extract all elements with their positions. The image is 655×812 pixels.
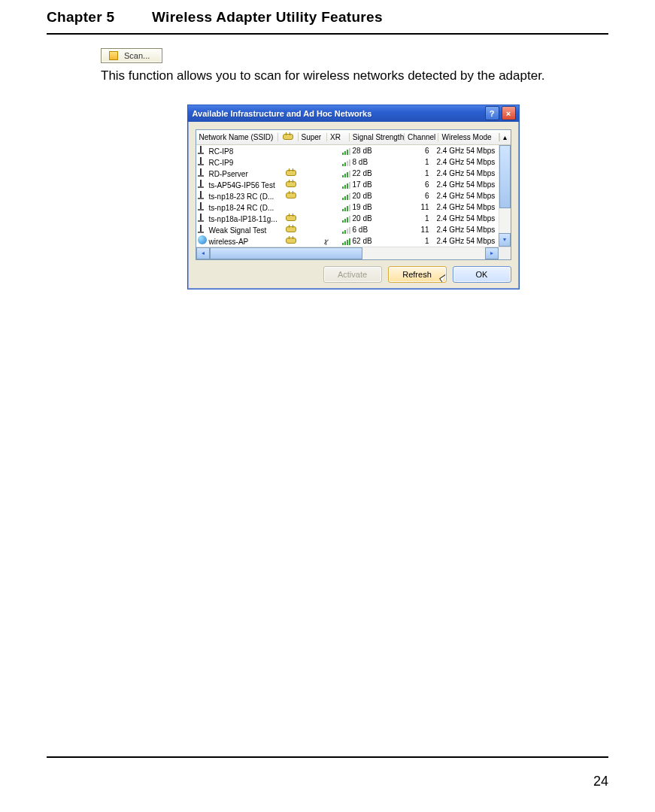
col-signal[interactable]: Signal Strength (350, 133, 405, 141)
table-row[interactable]: wireless-APχ62 dB12.4 GHz 54 Mbps (196, 235, 499, 247)
signal-cell: 62 dB (342, 237, 398, 245)
table-row[interactable]: ts-np18-24 RC (D...19 dB112.4 GHz 54 Mbp… (196, 201, 499, 213)
ssid-cell: wireless-AP (196, 235, 284, 246)
signal-label: 28 dB (353, 147, 372, 155)
scroll-left-button[interactable]: ◂ (196, 247, 210, 259)
ssid-label: ts-np18a-IP18-11g... (209, 215, 277, 223)
signal-bars-icon (342, 215, 350, 223)
table-row[interactable]: ts-AP54G-IP56 Test17 dB62.4 GHz 54 Mbps (196, 179, 499, 190)
description-text: This function allows you to scan for wir… (101, 68, 605, 85)
mode-cell: 2.4 GHz 54 Mbps (437, 237, 499, 245)
list-header[interactable]: Network Name (SSID) Super XR Signal Stre… (196, 130, 511, 145)
lock-icon (286, 225, 296, 232)
ssid-label: ts-AP54G-IP56 Test (209, 181, 275, 189)
col-super[interactable]: Super (299, 133, 328, 141)
scan-button[interactable]: Scan... (101, 48, 162, 63)
col-channel[interactable]: Channel (405, 133, 438, 141)
ssid-cell: Weak Signal Test (196, 224, 284, 235)
security-cell (284, 180, 299, 189)
ok-button[interactable]: OK (453, 266, 511, 283)
ssid-cell: ts-AP54G-IP56 Test (196, 179, 284, 189)
signal-bars-icon (342, 159, 350, 166)
channel-cell: 1 (398, 169, 437, 177)
antenna-icon (198, 145, 207, 154)
chapter-title: Wireless Adapter Utility Features (152, 9, 383, 26)
ssid-cell: ts-np18-23 RC (D... (196, 190, 284, 201)
signal-label: 17 dB (353, 180, 372, 189)
hscroll-track[interactable] (210, 247, 485, 259)
close-button[interactable]: × (502, 106, 516, 120)
signal-bars-icon (342, 204, 350, 211)
channel-cell: 1 (398, 237, 437, 245)
signal-cell: 17 dB (342, 180, 398, 189)
signal-cell: 22 dB (342, 169, 398, 177)
scroll-up-button[interactable]: ▴ (499, 133, 511, 141)
scan-button-label: Scan... (124, 51, 150, 60)
signal-label: 19 dB (353, 203, 372, 211)
lock-icon (286, 236, 296, 244)
table-row[interactable]: ts-np18a-IP18-11g...20 dB12.4 GHz 54 Mbp… (196, 213, 499, 224)
col-security-icon[interactable] (278, 132, 298, 141)
signal-bars-icon (342, 226, 350, 234)
horizontal-scrollbar[interactable]: ◂ ▸ (196, 247, 511, 259)
channel-cell: 11 (398, 203, 437, 211)
security-cell (284, 225, 299, 234)
col-xr[interactable]: XR (327, 133, 350, 141)
signal-bars-icon (342, 170, 350, 177)
help-button[interactable]: ? (485, 106, 499, 120)
lock-icon (286, 180, 296, 187)
signal-label: 20 dB (353, 214, 372, 223)
xr-cell: χ (324, 237, 342, 245)
table-row[interactable]: RD-Pserver22 dB12.4 GHz 54 Mbps (196, 168, 499, 179)
scroll-thumb[interactable] (499, 145, 511, 208)
security-cell (284, 214, 299, 223)
antenna-icon (198, 168, 207, 177)
col-mode[interactable]: Wireless Mode (438, 133, 499, 141)
vertical-scrollbar[interactable]: ▾ (499, 145, 511, 247)
scroll-right-button[interactable]: ▸ (485, 247, 499, 259)
mode-cell: 2.4 GHz 54 Mbps (437, 158, 499, 166)
mode-cell: 2.4 GHz 54 Mbps (437, 214, 499, 223)
scan-icon (109, 51, 118, 60)
table-row[interactable]: Weak Signal Test6 dB112.4 GHz 54 Mbps (196, 224, 499, 235)
page-header: Chapter 5 Wireless Adapter Utility Featu… (47, 9, 608, 33)
ssid-cell: RC-IP9 (196, 156, 284, 167)
hscroll-thumb[interactable] (210, 247, 362, 259)
security-cell (284, 168, 299, 177)
dialog-titlebar[interactable]: Available Infrastructure and Ad Hoc Netw… (188, 105, 519, 122)
signal-label: 22 dB (353, 169, 372, 177)
table-row[interactable]: ts-np18-23 RC (D...20 dB62.4 GHz 54 Mbps (196, 190, 499, 201)
table-row[interactable]: RC-IP98 dB12.4 GHz 54 Mbps (196, 156, 499, 168)
channel-cell: 1 (398, 214, 437, 223)
col-ssid[interactable]: Network Name (SSID) (196, 133, 279, 141)
xr-icon: χ (324, 237, 335, 244)
networks-dialog: Available Infrastructure and Ad Hoc Netw… (187, 105, 520, 289)
table-row[interactable]: RC-IP828 dB62.4 GHz 54 Mbps (196, 145, 499, 156)
refresh-button[interactable]: Refresh (388, 266, 447, 283)
signal-bars-icon (342, 238, 350, 245)
ssid-label: wireless-AP (209, 238, 249, 246)
footer-divider (47, 756, 608, 758)
ssid-label: RC-IP8 (209, 147, 234, 156)
mode-cell: 2.4 GHz 54 Mbps (437, 192, 499, 200)
activate-button: Activate (323, 266, 382, 283)
refresh-button-label: Refresh (402, 270, 432, 279)
scroll-down-button[interactable]: ▾ (499, 233, 511, 247)
signal-cell: 19 dB (342, 203, 398, 211)
signal-label: 8 dB (353, 158, 368, 166)
antenna-icon (198, 179, 207, 188)
mode-cell: 2.4 GHz 54 Mbps (437, 203, 499, 211)
scroll-track[interactable] (499, 145, 511, 233)
lock-icon (286, 191, 296, 198)
antenna-icon (198, 156, 207, 165)
signal-bars-icon (342, 181, 350, 189)
scroll-corner (499, 247, 511, 259)
ssid-cell: RC-IP8 (196, 145, 284, 156)
ssid-cell: RD-Pserver (196, 168, 284, 178)
page-number: 24 (593, 774, 608, 789)
channel-cell: 1 (398, 158, 437, 166)
channel-cell: 11 (398, 226, 437, 234)
security-cell (284, 191, 299, 200)
chapter-number: Chapter 5 (47, 9, 152, 26)
signal-cell: 20 dB (342, 192, 398, 200)
